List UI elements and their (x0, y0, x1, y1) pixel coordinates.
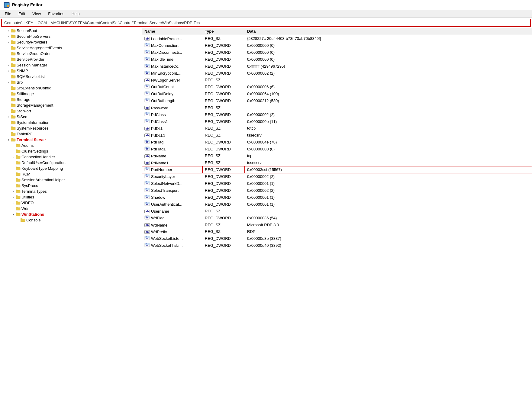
table-row-webSocketListe[interactable]: 10 01 WebSocketListe...REG_DWORD0x00000d… (142, 235, 532, 242)
table-row-maxDisconnecti[interactable]: 10 01 MaxDisconnecti...REG_DWORD0x000000… (142, 49, 532, 56)
table-row-selectTransport[interactable]: 10 01 SelectTransportREG_DWORD0x00000002… (142, 187, 532, 194)
tree-item-stSec[interactable]: › StSec (0, 114, 142, 120)
table-row-wdFlag[interactable]: 10 01 WdFlagREG_DWORD0x00000036 (54) (142, 214, 532, 221)
tree-item-terminalServer[interactable]: ▾ Terminal Server (0, 137, 142, 143)
table-row-outBufCount[interactable]: 10 01 OutBufCountREG_DWORD0x00000006 (6) (142, 83, 532, 90)
tree-item-storage[interactable]: Storage (0, 97, 142, 102)
table-row-securityLayer[interactable]: 10 01 SecurityLayerREG_DWORD0x00000002 (… (142, 173, 532, 180)
tree-expand-secureBoot[interactable]: › (6, 29, 11, 32)
tree-item-storageManagement[interactable]: StorageManagement (0, 102, 142, 108)
table-row-pdName[interactable]: abPdNameREG_SZtcp (142, 153, 532, 159)
table-row-portNumber[interactable]: 10 01 PortNumberREG_DWORD0x00003ccf (155… (142, 166, 532, 173)
tree-expand-sessionManager[interactable]: › (6, 64, 11, 67)
table-row-pdFlag[interactable]: 10 01 PdFlagREG_DWORD0x0000004e (78) (142, 139, 532, 146)
tree-item-srpExtensionConfig[interactable]: SrpExtensionConfig (0, 85, 142, 91)
tree-item-terminalTypes[interactable]: › TerminalTypes (0, 188, 142, 194)
table-row-maxIdleTime[interactable]: 10 01 MaxIdleTimeREG_DWORD0x00000000 (0) (142, 56, 532, 63)
tree-item-serviceProvider[interactable]: ServiceProvider (0, 56, 142, 62)
name-text-pdDLL: PdDLL (151, 126, 163, 131)
tree-item-securityProviders[interactable]: › SecurityProviders (0, 39, 142, 45)
folder-icon-serviceProvider (11, 57, 16, 62)
tree-expand-connectionHandler[interactable]: › (11, 156, 16, 159)
tree-item-sessionArbitrationHelper[interactable]: SessionArbitrationHelper (0, 177, 142, 183)
tree-item-systemInformation[interactable]: SystemInformation (0, 120, 142, 125)
tree-item-systemResources[interactable]: SystemResources (0, 125, 142, 131)
tree-item-console[interactable]: Console (0, 217, 142, 223)
tree-item-storPort[interactable]: StorPort (0, 108, 142, 114)
tree-item-clusterSettings[interactable]: ClusterSettings (0, 148, 142, 154)
tree-item-tabletPC[interactable]: TabletPC (0, 131, 142, 137)
tree-item-rcm[interactable]: RCM (0, 171, 142, 177)
tree-item-sqmServiceList[interactable]: SQMServiceList (0, 74, 142, 79)
cell-name-shadow: 10 01 Shadow (142, 194, 202, 201)
tree-item-stillImage[interactable]: StillImage (0, 91, 142, 97)
table-row-loadableProtoc[interactable]: abLoadableProtoc...REG_SZ{5828227c-20cf-… (142, 35, 532, 42)
tree-expand-securePipeServers[interactable]: › (6, 35, 11, 38)
tree-item-srp[interactable]: › Srp (0, 79, 142, 85)
table-row-maxConnection[interactable]: 10 01 MaxConnection...REG_DWORD0x0000000… (142, 42, 532, 49)
address-bar[interactable]: Computer\HKEY_LOCAL_MACHINE\SYSTEM\Curre… (1, 19, 531, 27)
tree-item-addIns[interactable]: AddIns (0, 143, 142, 148)
table-row-wdPrefix[interactable]: abWdPrefixREG_SZRDP (142, 228, 532, 235)
svg-rect-59 (16, 185, 20, 187)
table-row-pdFlag1[interactable]: 10 01 PdFlag1REG_DWORD0x00000000 (0) (142, 146, 532, 153)
tree-expand-terminalServer[interactable]: ▾ (6, 138, 11, 141)
table-row-pdDLL[interactable]: abPdDLLREG_SZtdtcp (142, 125, 532, 132)
tree-item-securePipeServers[interactable]: › SecurePipeServers (0, 34, 142, 39)
table-row-maxInstanceCo[interactable]: 10 01 MaxInstanceCo...REG_DWORD0xfffffff… (142, 63, 532, 70)
table-row-wdName[interactable]: abWdNameREG_SZMicrosoft RDP 8.0 (142, 221, 532, 228)
reg-icon-maxIdleTime: 10 01 MaxIdleTime (144, 57, 173, 62)
tree-expand-stSec[interactable]: › (6, 115, 11, 118)
tree-item-wds[interactable]: Wds (0, 206, 142, 211)
tree-expand-snmp[interactable]: › (6, 69, 11, 72)
tree-item-keyboardTypeMapping[interactable]: KeyboardType Mapping (0, 166, 142, 171)
name-text-outBufLength: OutBufLength (151, 98, 175, 103)
tree-item-secureBoot[interactable]: › SecureBoot (0, 28, 142, 34)
table-row-nwLogonServer[interactable]: abNWLogonServerREG_SZ (142, 77, 532, 84)
reg-icon-webSocketTlsLi: 10 01 WebSocketTlsLi... (144, 243, 183, 248)
cell-data-securityLayer: 0x00000002 (2) (245, 173, 532, 180)
tree-expand-terminalTypes[interactable]: › (11, 190, 16, 193)
menu-edit[interactable]: Edit (17, 11, 26, 17)
table-row-webSocketTlsLi[interactable]: 10 01 WebSocketTlsLi...REG_DWORD0x00000d… (142, 242, 532, 249)
tree-expand-winStations[interactable]: ▾ (11, 213, 16, 216)
table-row-minEncryptionL[interactable]: 10 01 MinEncryptionL...REG_DWORD0x000000… (142, 70, 532, 77)
table-row-outBufLength[interactable]: 10 01 OutBufLengthREG_DWORD0x00000212 (5… (142, 97, 532, 104)
table-row-pdClass1[interactable]: 10 01 PdClass1REG_DWORD0x0000000b (11) (142, 118, 532, 125)
tree-item-connectionHandler[interactable]: › ConnectionHandler (0, 154, 142, 160)
table-row-password[interactable]: abPasswordREG_SZ (142, 104, 532, 111)
tree-item-defaultUserConfiguration[interactable]: DefaultUserConfiguration (0, 160, 142, 166)
svg-rect-53 (16, 167, 20, 170)
tree-expand-video[interactable]: › (11, 201, 16, 204)
ab-icon-wdPrefix: ab (144, 230, 150, 234)
table-row-pdDLL1[interactable]: abPdDLL1REG_SZtssecsrv (142, 132, 532, 139)
tree-item-serviceGroupOrder[interactable]: ServiceGroupOrder (0, 51, 142, 56)
table-row-pdName1[interactable]: abPdName1REG_SZtssecsrv (142, 159, 532, 166)
tree-item-video[interactable]: › VIDEO (0, 200, 142, 206)
tree-item-snmp[interactable]: › SNMP (0, 68, 142, 74)
table-row-pdClass[interactable]: 10 01 PdClassREG_DWORD0x00000002 (2) (142, 111, 532, 118)
tree-expand-securityProviders[interactable]: › (6, 41, 11, 44)
reg-icon-pdFlag: 10 01 PdFlag (144, 140, 163, 145)
tree-item-winStations[interactable]: ▾ WinStations (0, 211, 142, 217)
menu-favorites[interactable]: Favorites (47, 11, 65, 17)
table-row-userAuthenticat[interactable]: 10 01 UserAuthenticat...REG_DWORD0x00000… (142, 201, 532, 208)
table-row-outBufDelay[interactable]: 10 01 OutBufDelayREG_DWORD0x00000064 (10… (142, 90, 532, 97)
tree-expand-utilities[interactable]: › (11, 196, 16, 199)
menu-file[interactable]: File (4, 11, 12, 17)
tree-item-sessionManager[interactable]: › Session Manager (0, 62, 142, 68)
table-row-username[interactable]: abUsernameREG_SZ (142, 208, 532, 215)
svg-rect-6 (11, 29, 13, 30)
dword-icon-webSocketListe: 10 01 (144, 236, 150, 241)
tree-item-sysProcs[interactable]: SysProcs (0, 183, 142, 188)
table-row-selectNetworkD[interactable]: 10 01 SelectNetworkD...REG_DWORD0x000000… (142, 180, 532, 187)
table-row-shadow[interactable]: 10 01 ShadowREG_DWORD0x00000001 (1) (142, 194, 532, 201)
svg-text:01: 01 (146, 140, 147, 141)
tree-expand-srp[interactable]: › (6, 81, 11, 84)
cell-data-pdDLL: tdtcp (245, 125, 532, 132)
menu-help[interactable]: Help (70, 11, 81, 17)
tree-item-serviceAggregatedEvents[interactable]: ServiceAggregatedEvents (0, 45, 142, 51)
folder-icon-sessionArbitrationHelper (16, 178, 21, 182)
menu-view[interactable]: View (31, 11, 42, 17)
tree-item-utilities[interactable]: › Utilities (0, 194, 142, 200)
